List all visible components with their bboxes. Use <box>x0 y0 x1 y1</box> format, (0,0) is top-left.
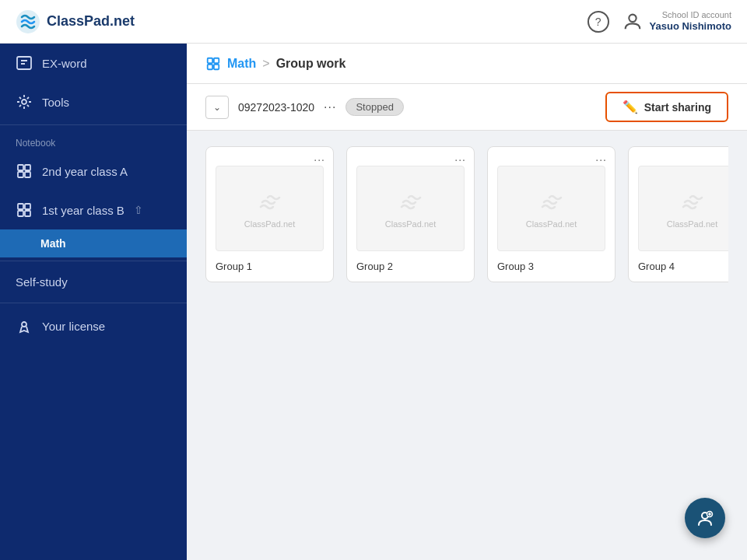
user-label: School ID account <box>650 9 731 20</box>
group-card-4[interactable]: ··· ClassPad.net Group 4 <box>628 146 728 282</box>
classpad-link-icon <box>397 188 425 216</box>
card-thumbnail: ClassPad.net <box>216 166 324 251</box>
user-name: Yasuo Nishimoto <box>650 20 731 33</box>
notebook-section-label: Notebook <box>0 128 187 152</box>
card-label: Group 4 <box>629 257 728 282</box>
help-button[interactable]: ? <box>587 11 609 33</box>
sidebar-item-class-b-label: 1st year class B <box>42 204 124 217</box>
logo-text: ClassPad.net <box>47 13 135 30</box>
svg-rect-2 <box>17 57 31 69</box>
license-icon <box>16 317 33 334</box>
main-layout: EX-word Tools Notebook 2nd year class A <box>0 44 747 560</box>
tools-icon <box>16 93 33 110</box>
fab-button[interactable] <box>685 498 725 538</box>
svg-point-12 <box>22 322 26 327</box>
breadcrumb-icon <box>205 56 221 72</box>
classpad-link-icon <box>256 188 284 216</box>
classpad-logo-icon <box>16 9 40 34</box>
exword-icon <box>16 54 33 72</box>
dropdown-button[interactable]: ⌄ <box>205 96 229 119</box>
more-options-button[interactable]: ··· <box>324 100 336 114</box>
cards-area: ··· ClassPad.net Group 1 ··· <box>187 131 747 560</box>
sidebar-item-exword[interactable]: EX-word <box>0 44 187 82</box>
svg-point-1 <box>629 14 636 21</box>
license-label: Your license <box>42 320 105 333</box>
classpad-placeholder: ClassPad.net <box>667 188 717 229</box>
classpad-placeholder: ClassPad.net <box>244 188 295 229</box>
chevron-up-icon: ⇧ <box>134 204 143 216</box>
card-header: ··· <box>347 147 474 166</box>
svg-rect-6 <box>18 172 23 177</box>
card-label: Group 2 <box>347 257 474 282</box>
status-badge: Stopped <box>345 98 403 116</box>
classpad-watermark-text: ClassPad.net <box>667 219 717 229</box>
classpad-placeholder: ClassPad.net <box>385 188 436 229</box>
fab-icon <box>695 508 715 528</box>
class-b-icon <box>16 201 33 219</box>
cards-grid: ··· ClassPad.net Group 1 ··· <box>205 146 728 289</box>
start-sharing-label: Start sharing <box>644 101 711 114</box>
class-a-icon <box>16 163 33 180</box>
classpad-link-icon <box>538 188 566 216</box>
logo[interactable]: ClassPad.net <box>16 9 135 34</box>
card-more-button[interactable]: ··· <box>595 153 607 166</box>
card-more-button[interactable]: ··· <box>454 153 466 166</box>
group-card-1[interactable]: ··· ClassPad.net Group 1 <box>205 146 334 282</box>
svg-rect-13 <box>208 58 212 62</box>
group-card-3[interactable]: ··· ClassPad.net Group 3 <box>487 146 615 282</box>
svg-rect-10 <box>18 211 23 216</box>
user-icon <box>622 11 644 33</box>
session-id: 09272023-1020 <box>238 101 314 114</box>
svg-point-3 <box>22 100 26 104</box>
sidebar-item-class-a[interactable]: 2nd year class A <box>0 152 187 191</box>
user-menu[interactable]: School ID account Yasuo Nishimoto <box>622 9 731 33</box>
card-thumbnail: ClassPad.net <box>638 166 728 251</box>
classpad-link-icon <box>679 188 707 216</box>
breadcrumb-parent[interactable]: Math <box>227 57 256 71</box>
header-right: ? School ID account Yasuo Nishimoto <box>587 9 731 33</box>
pencil-icon: ✏️ <box>622 100 638 114</box>
sidebar-item-tools[interactable]: Tools <box>0 82 187 121</box>
svg-rect-8 <box>18 204 23 209</box>
self-study-label: Self-study <box>16 275 68 289</box>
card-label: Group 3 <box>488 257 615 282</box>
sidebar-item-exword-label: EX-word <box>42 57 87 70</box>
classpad-watermark-text: ClassPad.net <box>244 219 295 229</box>
sidebar-item-class-b[interactable]: 1st year class B ⇧ <box>0 191 187 229</box>
toolbar-left: ⌄ 09272023-1020 ··· Stopped <box>205 96 404 119</box>
breadcrumb-current: Group work <box>276 57 346 71</box>
user-text: School ID account Yasuo Nishimoto <box>650 9 731 33</box>
card-thumbnail: ClassPad.net <box>497 166 605 251</box>
card-header: ··· <box>629 147 728 166</box>
sidebar-item-tools-label: Tools <box>42 96 69 109</box>
classpad-watermark-text: ClassPad.net <box>385 219 436 229</box>
breadcrumb-bar: Math > Group work <box>187 44 747 84</box>
svg-rect-15 <box>208 64 212 68</box>
toolbar: ⌄ 09272023-1020 ··· Stopped ✏️ Start sha… <box>187 84 747 131</box>
card-header: ··· <box>488 147 615 166</box>
svg-rect-14 <box>214 58 219 62</box>
svg-rect-4 <box>18 165 23 170</box>
sidebar-item-math[interactable]: Math <box>0 229 187 257</box>
classpad-placeholder: ClassPad.net <box>526 188 577 229</box>
start-sharing-button[interactable]: ✏️ Start sharing <box>605 92 728 122</box>
math-label: Math <box>40 237 66 250</box>
classpad-watermark-text: ClassPad.net <box>526 219 577 229</box>
content-area: Math > Group work ⌄ 09272023-1020 ··· St… <box>187 44 747 560</box>
header: ClassPad.net ? School ID account Yasuo N… <box>0 0 747 44</box>
svg-rect-11 <box>25 211 30 216</box>
svg-rect-9 <box>25 204 30 209</box>
card-more-button[interactable]: ··· <box>314 153 325 166</box>
sidebar-item-class-a-label: 2nd year class A <box>42 165 128 178</box>
sidebar-divider-3 <box>0 303 187 303</box>
sidebar-item-self-study[interactable]: Self-study <box>0 264 187 299</box>
sidebar-divider-2 <box>0 261 187 261</box>
svg-rect-7 <box>25 172 30 177</box>
breadcrumb: Math > Group work <box>205 56 345 72</box>
sidebar-divider-1 <box>0 124 187 125</box>
card-label: Group 1 <box>206 257 333 282</box>
sidebar-item-license[interactable]: Your license <box>0 306 187 345</box>
card-header: ··· <box>206 147 333 166</box>
group-card-2[interactable]: ··· ClassPad.net Group 2 <box>346 146 475 282</box>
sidebar: EX-word Tools Notebook 2nd year class A <box>0 44 187 560</box>
